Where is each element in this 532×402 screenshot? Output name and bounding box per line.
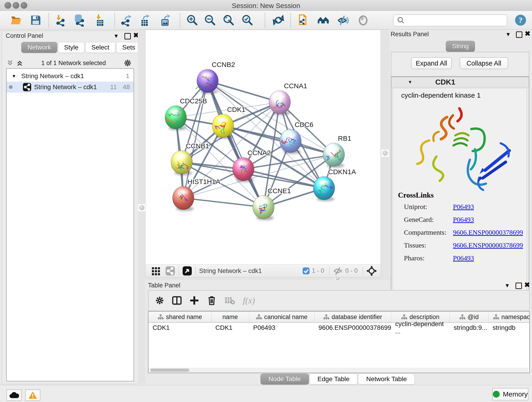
help-icon[interactable]: ? [514,14,527,27]
tab-string[interactable]: String [446,41,475,52]
collapse-all-icon[interactable] [6,60,14,66]
crosslink-link[interactable]: 9606.ENSP00000378699 [453,229,523,236]
table-hscrollbar-thumb[interactable] [150,369,189,372]
network-collection-row[interactable]: ▼ String Network – cdk1 1 [7,70,133,82]
table-cell[interactable]: 9606.ENSP00000378699 [314,323,391,333]
warnings-button[interactable] [25,389,40,401]
delete-column-icon[interactable] [207,295,217,306]
node-table[interactable]: shared name name canonical name database… [148,311,530,373]
network-node[interactable] [196,69,218,93]
import-network-database-icon[interactable] [72,14,85,27]
export-image-icon[interactable] [159,14,172,27]
table-panel-float-icon[interactable] [515,283,522,289]
table-cell[interactable]: CDK1 [211,323,249,333]
show-all-icon[interactable] [357,14,370,27]
table-hscrollbar[interactable] [148,368,528,373]
zoom-out-icon[interactable] [204,14,216,27]
network-node[interactable] [253,196,274,219]
network-edge[interactable] [223,126,334,155]
column-header[interactable]: namespace [488,312,530,322]
memory-button[interactable]: Memory [492,388,528,400]
open-file-icon[interactable] [10,14,22,27]
crosslink-link[interactable]: P06493 [453,254,474,262]
first-neighbors-icon[interactable] [317,14,330,27]
table-settings-gear-icon[interactable] [155,296,165,305]
table-cell[interactable]: stringdb:9... [450,323,488,333]
show-columns-icon[interactable] [172,295,182,306]
network-edge[interactable] [208,81,280,102]
zoom-fit-icon[interactable] [222,14,235,27]
tab-network[interactable]: Network [21,42,57,53]
column-header[interactable]: name [211,312,249,322]
results-panel-close-icon[interactable]: ✖ [525,30,530,38]
clone-network-icon[interactable] [298,14,310,27]
tab-network-table[interactable]: Network Table [358,374,415,385]
table-panel-menu-icon[interactable]: ▼ [505,282,510,289]
table-cell[interactable]: P06493 [249,323,314,333]
column-header[interactable]: database identifier [314,312,391,322]
table-cell[interactable]: cyclin-dependent ... [391,323,450,333]
table-cell[interactable]: stringdb [488,323,530,333]
tab-select[interactable]: Select [85,42,115,53]
table-cell[interactable]: CDK1 [148,323,211,333]
collapse-all-button[interactable]: Collapse All [460,57,508,69]
search-field[interactable] [393,14,507,26]
birdseye-view-icon[interactable] [182,266,192,276]
add-column-icon[interactable] [189,295,199,306]
network-node[interactable] [172,186,194,210]
zoom-in-icon[interactable] [186,14,199,27]
results-node-header[interactable]: ▼ CDK1 [391,77,529,87]
right-splitter-handle[interactable] [381,149,389,157]
network-node[interactable] [212,114,234,138]
expand-all-icon[interactable] [16,60,24,66]
network-node[interactable] [171,151,192,174]
left-splitter-handle[interactable] [138,204,146,212]
zoom-selected-icon[interactable] [241,14,254,27]
crosslink-link[interactable]: 9606.ENSP00000378699 [453,241,523,249]
import-table-file-icon[interactable] [94,14,106,27]
search-input[interactable] [405,17,507,24]
results-panel-float-icon[interactable] [516,32,522,38]
save-session-icon[interactable] [29,14,42,27]
export-network-icon[interactable] [120,14,133,27]
import-network-file-icon[interactable] [54,14,66,27]
hide-selected-icon[interactable] [336,14,349,27]
tab-node-table[interactable]: Node Table [260,374,309,385]
network-node[interactable] [280,129,301,153]
left-splitter[interactable] [138,30,145,384]
collection-expand-icon[interactable]: ▼ [12,74,16,79]
column-header[interactable]: @id [450,312,489,322]
export-table-icon[interactable] [138,14,151,27]
network-row-selected[interactable]: String Network – cdk1 11 48 [7,82,133,93]
center-view-crosshair-icon[interactable] [366,266,377,276]
network-node[interactable] [233,157,254,181]
column-type-icon [256,314,262,320]
tab-edge-table[interactable]: Edge Table [310,374,358,385]
right-splitter[interactable] [380,30,389,277]
network-node[interactable] [165,106,186,129]
expand-all-button[interactable]: Expand All [411,57,452,69]
apply-layout-icon[interactable] [272,14,285,27]
network-node[interactable] [269,90,291,114]
network-node[interactable] [313,177,335,200]
hidden-eye-icon[interactable] [333,267,343,275]
section-collapse-icon[interactable]: ▼ [408,80,412,85]
network-canvas[interactable]: CCNB2CCNA1CDC25BCDK1CDC6RB1CCNB1CCNA2CDK… [145,30,381,265]
network-options-gear-icon[interactable] [123,59,132,67]
section-title: CDK1 [435,78,455,86]
crosslink-link[interactable]: P06493 [453,203,474,211]
network-node[interactable] [323,143,345,166]
results-panel-menu-icon[interactable]: ▼ [505,31,511,38]
cloud-status-button[interactable] [6,389,22,401]
network-share-icon[interactable] [165,266,175,276]
crosslink-link[interactable]: P06493 [453,216,474,223]
network-edge[interactable] [183,198,264,207]
table-panel-close-icon[interactable]: ✖ [524,281,530,289]
column-header[interactable]: canonical name [249,312,315,322]
control-panel-menu-icon[interactable]: ▼ [114,33,119,39]
control-panel-float-icon[interactable] [124,33,131,39]
tab-style[interactable]: Style [58,42,85,53]
column-header[interactable]: shared name [148,312,211,322]
grid-view-icon[interactable] [151,266,161,276]
selected-checkbox-icon[interactable] [302,267,310,275]
